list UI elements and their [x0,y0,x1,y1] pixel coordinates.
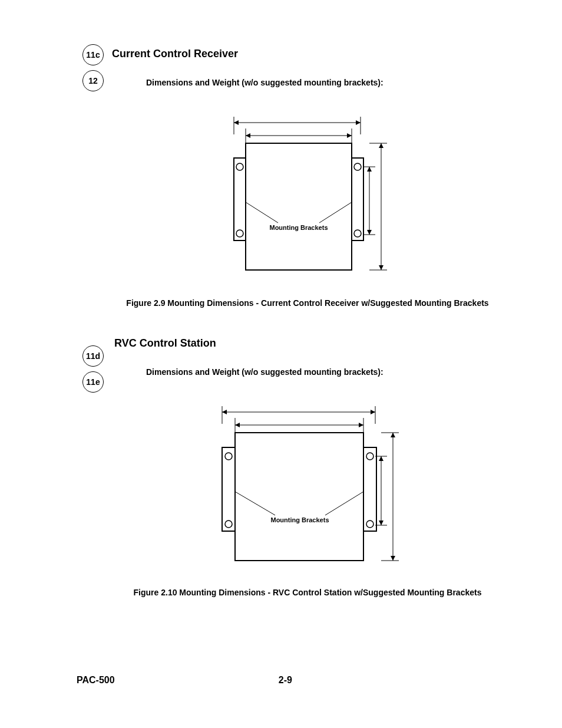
svg-point-52 [225,453,232,460]
callout-12: 12 [82,70,104,91]
heading-rvc-control-station: RVC Control Station [114,337,503,350]
svg-marker-18 [367,167,372,172]
svg-marker-3 [234,120,239,125]
svg-marker-43 [391,556,395,561]
svg-marker-48 [379,521,384,525]
svg-line-56 [235,492,275,515]
svg-rect-49 [235,433,363,561]
figure-2-9-caption: Figure 2.9 Mounting Dimensions - Current… [112,298,503,308]
callout-label: 11d [86,351,100,361]
callout-label: 11e [86,377,100,387]
callout-11c: 11c [82,44,104,65]
svg-point-25 [354,163,361,170]
svg-marker-38 [359,423,363,427]
svg-rect-20 [246,143,352,270]
svg-marker-32 [222,410,227,414]
svg-marker-8 [246,133,250,138]
svg-line-27 [246,202,278,223]
figure-2-9-wrap: Mounting Brackets [112,111,503,288]
page: 11c 12 11d 11e Current Control Receiver … [0,0,562,728]
svg-point-54 [366,453,373,460]
svg-point-53 [225,521,232,528]
callout-label: 12 [88,76,98,85]
callout-11d: 11d [82,345,104,367]
svg-point-24 [236,230,243,237]
figure-2-10-bracket-label: Mounting Brackets [270,516,329,523]
svg-point-55 [366,521,373,528]
callout-rail-2: 11d 11e [82,345,112,397]
svg-marker-19 [367,230,372,235]
footer-doc-id: PAC-500 [77,675,115,686]
dimensions-line-2: Dimensions and Weight (w/o suggested mou… [146,367,503,377]
page-footer: PAC-500 2-9 [77,675,503,686]
svg-marker-4 [356,120,361,125]
svg-marker-14 [379,265,384,270]
svg-marker-37 [235,423,240,427]
svg-marker-33 [371,410,375,414]
callout-11e: 11e [82,371,104,393]
figure-2-9-diagram: Mounting Brackets [219,111,396,288]
figure-2-10-diagram: Mounting Brackets [210,400,405,577]
heading-current-control-receiver: Current Control Receiver [112,48,503,60]
svg-marker-47 [379,456,384,461]
svg-marker-9 [347,133,352,138]
svg-point-26 [354,230,361,237]
callout-rail-1: 11c 12 [82,44,112,96]
svg-marker-13 [379,143,384,148]
svg-point-23 [236,163,243,170]
svg-marker-42 [391,433,395,437]
figure-2-9-bracket-label: Mounting Brackets [269,224,328,231]
callout-label: 11c [86,50,100,60]
svg-line-28 [319,202,352,223]
figure-2-10-wrap: Mounting Brackets [112,400,503,577]
figure-2-10-caption: Figure 2.10 Mounting Dimensions - RVC Co… [112,588,503,597]
footer-page-number: 2-9 [279,675,292,686]
dimensions-line-1: Dimensions and Weight (w/o suggested mou… [146,78,503,87]
content-column: Current Control Receiver Dimensions and … [112,48,503,597]
svg-line-57 [325,492,363,515]
